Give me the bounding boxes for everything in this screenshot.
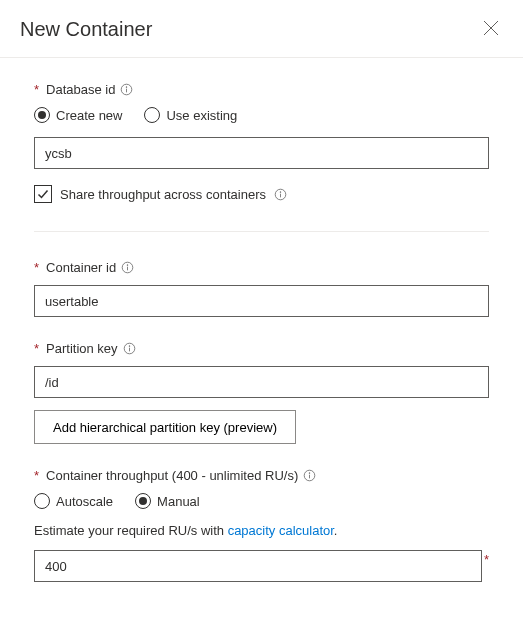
label-text: Container id [46,260,116,275]
throughput-input[interactable] [34,550,482,582]
database-id-label: * Database id [34,82,489,97]
partition-key-input[interactable] [34,366,489,398]
radio-label: Create new [56,108,122,123]
radio-label: Use existing [166,108,237,123]
radio-autoscale[interactable]: Autoscale [34,493,113,509]
svg-point-9 [127,265,128,266]
throughput-description: Estimate your required RU/s with capacit… [34,523,489,538]
info-icon[interactable] [123,342,136,355]
desc-suffix: . [334,523,338,538]
radio-icon [144,107,160,123]
required-marker: * [484,552,489,567]
radio-icon [34,493,50,509]
radio-create-new[interactable]: Create new [34,107,122,123]
svg-point-15 [309,473,310,474]
close-button[interactable] [479,16,503,43]
desc-prefix: Estimate your required RU/s with [34,523,228,538]
required-marker: * [34,260,39,275]
svg-point-6 [280,191,281,192]
svg-point-12 [129,346,130,347]
capacity-calculator-link[interactable]: capacity calculator [228,523,334,538]
required-marker: * [34,82,39,97]
svg-point-3 [127,87,128,88]
required-marker: * [34,468,39,483]
panel-body: * Database id Create new Use existing Sh… [0,58,523,602]
throughput-radio-group: Autoscale Manual [34,493,489,509]
partition-key-label: * Partition key [34,341,489,356]
throughput-label: * Container throughput (400 - unlimited … [34,468,489,483]
info-icon[interactable] [120,83,133,96]
throughput-input-row: * [34,550,489,582]
label-text: Partition key [46,341,118,356]
radio-icon [34,107,50,123]
container-id-label: * Container id [34,260,489,275]
section-divider [34,231,489,232]
info-icon[interactable] [303,469,316,482]
add-hierarchical-pk-button[interactable]: Add hierarchical partition key (preview) [34,410,296,444]
database-id-radio-group: Create new Use existing [34,107,489,123]
panel-title: New Container [20,18,152,41]
radio-icon [135,493,151,509]
database-id-input[interactable] [34,137,489,169]
info-icon[interactable] [274,188,287,201]
checkbox-label: Share throughput across containers [60,187,266,202]
radio-use-existing[interactable]: Use existing [144,107,237,123]
panel-header: New Container [0,0,523,58]
info-icon[interactable] [121,261,134,274]
label-text: Database id [46,82,115,97]
close-icon [483,20,499,39]
share-throughput-checkbox[interactable]: Share throughput across containers [34,185,489,203]
required-marker: * [34,341,39,356]
radio-label: Autoscale [56,494,113,509]
radio-manual[interactable]: Manual [135,493,200,509]
radio-label: Manual [157,494,200,509]
checkbox-icon [34,185,52,203]
container-id-input[interactable] [34,285,489,317]
label-text: Container throughput (400 - unlimited RU… [46,468,298,483]
